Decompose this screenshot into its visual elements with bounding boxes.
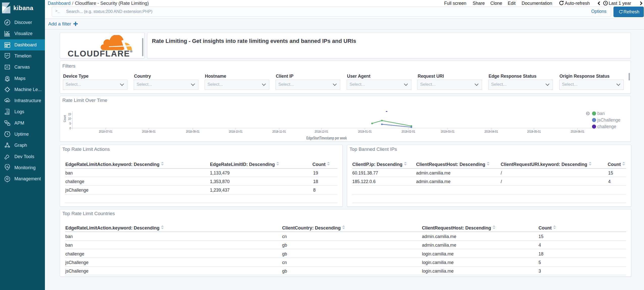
svg-text:2019-04-01: 2019-04-01: [485, 130, 498, 133]
svg-text:2018-08-01: 2018-08-01: [142, 130, 156, 133]
svg-text:2019-03-01: 2019-03-01: [441, 130, 454, 133]
svg-text:jsChallenge: jsChallenge: [597, 118, 620, 123]
svg-text:ban: ban: [597, 111, 605, 116]
svg-text:2018-10-01: 2018-10-01: [229, 130, 243, 133]
svg-text:2019-05-01: 2019-05-01: [527, 130, 541, 133]
svg-text:0: 0: [70, 126, 71, 130]
svg-text:2019-01-01: 2019-01-01: [358, 130, 372, 133]
svg-text:2018-12-01: 2018-12-01: [315, 130, 328, 133]
svg-text:2019-02-01: 2019-02-01: [401, 130, 415, 133]
svg-text:2018-09-01: 2018-09-01: [186, 130, 200, 133]
svg-text:Count: Count: [63, 115, 67, 122]
svg-text:2019-06-01: 2019-06-01: [571, 130, 584, 133]
svg-text:10: 10: [68, 117, 71, 121]
svg-text:2018-07-01: 2018-07-01: [99, 130, 113, 133]
svg-text:challenge: challenge: [597, 124, 616, 129]
svg-text:2018-11-01: 2018-11-01: [272, 130, 286, 133]
svg-text:EdgeStartTimestamp per week: EdgeStartTimestamp per week: [306, 136, 347, 140]
svg-text:15: 15: [68, 112, 71, 116]
svg-text:5: 5: [70, 122, 71, 125]
